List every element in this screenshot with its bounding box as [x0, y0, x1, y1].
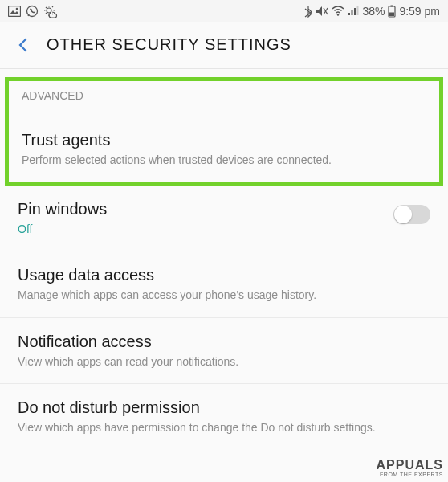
mute-icon: [316, 6, 328, 17]
svg-rect-0: [9, 6, 21, 17]
pin-windows-toggle[interactable]: [393, 205, 430, 224]
pin-windows-row[interactable]: Pin windows Off: [0, 186, 448, 251]
dnd-permission-row[interactable]: Do not disturb permission View which app…: [0, 384, 448, 449]
row-subtitle: Perform selected actions when trusted de…: [22, 153, 426, 167]
signal-icon: [348, 6, 359, 16]
toggle-knob: [394, 206, 412, 223]
svg-point-3: [47, 8, 51, 13]
row-subtitle: Off: [18, 222, 384, 236]
row-text: Pin windows Off: [18, 200, 384, 236]
row-text: Do not disturb permission View which app…: [18, 398, 430, 435]
svg-point-1: [16, 8, 18, 10]
row-text: Usage data access Manage which apps can …: [18, 266, 430, 302]
status-left: [8, 5, 58, 18]
battery-icon: [388, 5, 396, 18]
row-title: Pin windows: [18, 200, 384, 219]
status-right: 38% 9:59 pm: [304, 5, 440, 18]
image-icon: [8, 6, 21, 17]
row-subtitle: View which apps can read your notificati…: [18, 354, 430, 369]
svg-rect-7: [389, 13, 394, 17]
row-text: Notification access View which apps can …: [18, 333, 430, 369]
battery-percent: 38%: [362, 5, 385, 18]
row-text: Trust agents Perform selected actions wh…: [22, 131, 426, 167]
row-title: Do not disturb permission: [18, 398, 430, 417]
section-label: ADVANCED: [22, 89, 83, 102]
watermark-tagline: FROM THE EXPERTS: [377, 472, 443, 477]
weather-icon: [43, 5, 58, 18]
svg-rect-6: [391, 6, 393, 7]
row-subtitle: Manage which apps can access your phone'…: [18, 288, 430, 302]
notification-access-row[interactable]: Notification access View which apps can …: [0, 318, 448, 384]
highlight-box: ADVANCED Trust agents Perform selected a…: [5, 77, 443, 186]
page-title: OTHER SECURITY SETTINGS: [47, 35, 291, 54]
row-subtitle: View which apps have permission to chang…: [18, 420, 430, 435]
watermark-brand: APPUALS: [377, 459, 443, 472]
wifi-icon: [332, 6, 344, 16]
chevron-left-icon: [16, 36, 31, 54]
clock-time: 9:59 pm: [399, 5, 440, 18]
trust-agents-row[interactable]: Trust agents Perform selected actions wh…: [9, 108, 439, 167]
row-title: Trust agents: [22, 131, 426, 149]
usage-data-access-row[interactable]: Usage data access Manage which apps can …: [0, 251, 448, 317]
row-title: Notification access: [18, 333, 430, 351]
row-title: Usage data access: [18, 266, 430, 284]
bluetooth-icon: [304, 5, 312, 18]
header: OTHER SECURITY SETTINGS: [0, 22, 448, 69]
advanced-section-header: ADVANCED: [9, 81, 439, 108]
status-bar: 38% 9:59 pm: [0, 0, 448, 22]
back-button[interactable]: [14, 36, 32, 54]
divider-line: [92, 96, 426, 96]
whatsapp-icon: [26, 5, 39, 18]
watermark: APPUALS FROM THE EXPERTS: [377, 459, 443, 477]
svg-point-4: [337, 14, 339, 15]
